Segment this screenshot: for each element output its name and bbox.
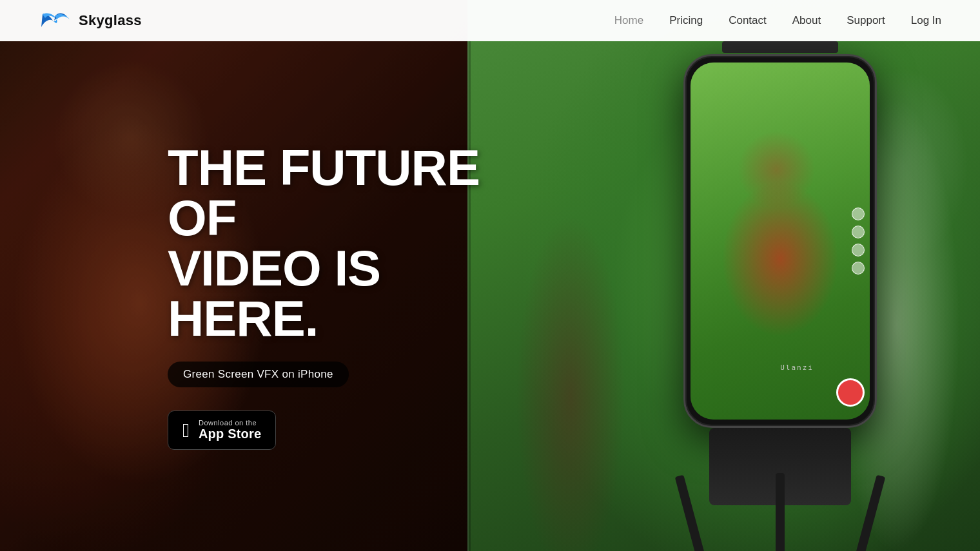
camera-record-button (836, 378, 865, 407)
nav-links: Home Pricing Contact About Support Log I… (614, 14, 941, 27)
brand-logo-icon (39, 9, 72, 32)
gimbal-leg-center (776, 473, 785, 551)
camera-controls (852, 208, 865, 275)
ulanzi-brand-label: Ulanzi (780, 363, 814, 372)
camera-control-2 (852, 226, 865, 238)
gimbal-stand (690, 428, 870, 551)
navbar: Skyglass Home Pricing Contact About Supp… (0, 0, 980, 41)
brand-link[interactable]: Skyglass (39, 9, 142, 32)
app-store-button[interactable]:  Download on the App Store (168, 411, 276, 450)
gimbal-legs (690, 467, 870, 551)
camera-control-3 (852, 244, 865, 256)
nav-login[interactable]: Log In (911, 14, 941, 26)
camera-control-1 (852, 208, 865, 220)
phone-mount-top (722, 41, 838, 53)
apple-icon:  (182, 421, 190, 440)
nav-home[interactable]: Home (614, 14, 643, 26)
hero-headline-line1: THE FUTURE OF (168, 139, 480, 246)
phone-body (683, 54, 877, 428)
camera-control-4 (852, 262, 865, 275)
app-store-large-text: App Store (199, 427, 261, 441)
hero-headline: THE FUTURE OF VIDEO IS HERE. (168, 142, 490, 343)
nav-about[interactable]: About (792, 14, 821, 26)
nav-contact[interactable]: Contact (729, 14, 767, 26)
hero-subtitle: Green Screen VFX on iPhone (168, 362, 349, 387)
phone-mockup: Ulanzi (645, 41, 916, 531)
brand-name: Skyglass (79, 12, 142, 29)
screen-divider (467, 41, 469, 551)
app-store-btn-text: Download on the App Store (199, 419, 261, 441)
nav-support[interactable]: Support (847, 14, 885, 26)
hero-headline-line2: VIDEO IS HERE. (168, 240, 380, 347)
hero-section: THE FUTURE OF VIDEO IS HERE. Green Scree… (0, 0, 980, 551)
nav-pricing[interactable]: Pricing (669, 14, 703, 26)
app-store-small-text: Download on the (199, 419, 261, 427)
